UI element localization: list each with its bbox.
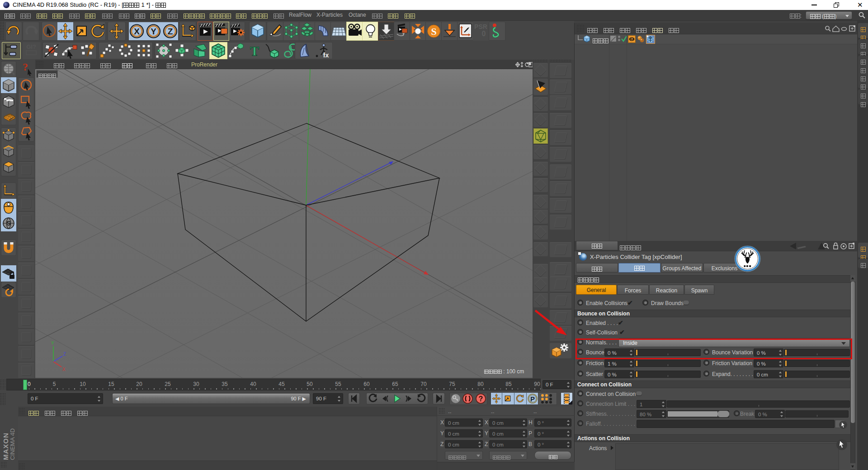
svg-text:X: X	[62, 367, 66, 372]
svg-text:S: S	[431, 26, 436, 37]
svg-text:Y: Y	[151, 27, 156, 36]
svg-text:GI?: GI?	[26, 43, 36, 50]
svg-text:P: P	[530, 395, 535, 403]
svg-text:X: X	[134, 27, 140, 36]
svg-text:S: S	[6, 220, 10, 227]
svg-text:?: ?	[23, 61, 28, 73]
svg-text:fx: fx	[323, 52, 329, 59]
svg-text:Z: Z	[63, 352, 66, 357]
svg-text:0: 0	[482, 30, 486, 38]
svg-text:?: ?	[479, 395, 483, 403]
svg-text:Y: Y	[51, 341, 54, 346]
svg-text:Z: Z	[168, 27, 173, 36]
svg-text:T: T	[250, 43, 259, 58]
svg-text:PSR: PSR	[474, 23, 487, 30]
